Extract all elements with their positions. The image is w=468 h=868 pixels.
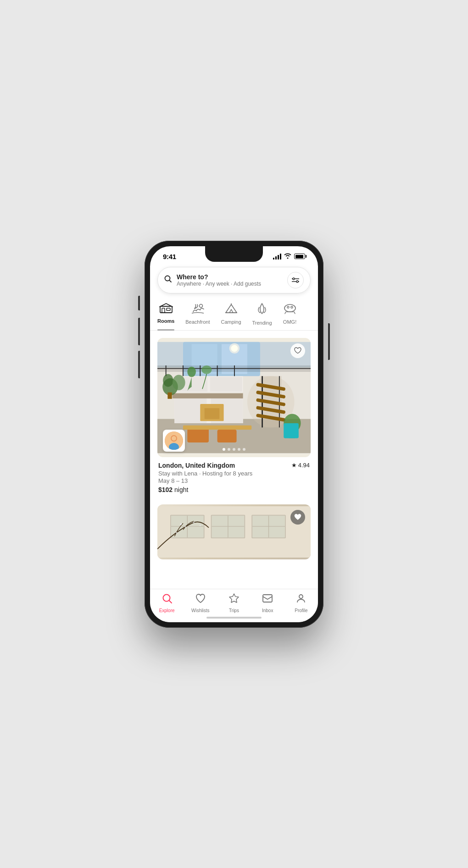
- main-content: Where to? Anywhere · Any week · Add gues…: [150, 263, 318, 589]
- nav-explore[interactable]: Explore: [150, 593, 184, 613]
- svg-rect-31: [210, 377, 242, 392]
- trips-icon: [228, 593, 240, 607]
- svg-point-64: [172, 436, 176, 441]
- notch: [205, 246, 263, 262]
- carousel-dots-1: [223, 448, 245, 451]
- tab-beachfront[interactable]: Beachfront: [185, 299, 210, 330]
- phone-frame: 9:41: [145, 241, 323, 628]
- wifi-icon: [284, 253, 291, 260]
- tab-rooms-label: Rooms: [157, 318, 174, 324]
- tab-camping-label: Camping: [221, 319, 241, 325]
- tab-trending[interactable]: Trending: [252, 299, 272, 330]
- rooms-icon: [159, 303, 173, 315]
- listing-card-1[interactable]: London, United Kingdom ★ 4.94 Stay with …: [157, 338, 311, 493]
- tab-omg[interactable]: OMG!: [283, 299, 297, 330]
- svg-rect-57: [183, 425, 251, 429]
- nav-trips[interactable]: Trips: [217, 593, 251, 613]
- nav-profile-label: Profile: [295, 608, 307, 613]
- search-title: Where to?: [177, 273, 283, 281]
- svg-point-51: [187, 366, 196, 376]
- status-icons: [273, 253, 305, 260]
- listings-scroll[interactable]: London, United Kingdom ★ 4.94 Stay with …: [150, 331, 318, 589]
- inbox-icon: [262, 593, 273, 607]
- listing-price-1: $102 night: [158, 486, 310, 493]
- listing-sub-1: Stay with Lena · Hosting for 8 years: [158, 470, 310, 477]
- power-button: [328, 323, 330, 360]
- search-text: Where to? Anywhere · Any week · Add gues…: [177, 273, 283, 287]
- svg-rect-10: [167, 308, 170, 310]
- svg-point-2: [293, 278, 295, 280]
- nav-inbox[interactable]: Inbox: [251, 593, 284, 613]
- listing-location-1: London, United Kingdom: [158, 462, 235, 469]
- tab-omg-label: OMG!: [283, 319, 296, 325]
- omg-icon: [283, 303, 297, 316]
- svg-point-78: [176, 532, 178, 533]
- signal-icon: [273, 254, 281, 260]
- svg-point-48: [163, 374, 173, 387]
- volume-down-button: [138, 351, 140, 378]
- svg-point-11: [199, 304, 202, 307]
- listing-info-1: London, United Kingdom ★ 4.94 Stay with …: [157, 457, 311, 493]
- search-subtitle: Anywhere · Any week · Add guests: [177, 281, 283, 287]
- svg-point-79: [184, 526, 186, 527]
- wishlists-icon: [195, 593, 206, 607]
- svg-line-84: [169, 601, 172, 603]
- svg-rect-50: [167, 392, 172, 398]
- listing-image-1[interactable]: [157, 338, 311, 457]
- nav-explore-label: Explore: [159, 608, 175, 613]
- mute-button: [138, 296, 140, 310]
- svg-point-60: [231, 345, 238, 352]
- explore-icon: [162, 593, 173, 607]
- nav-wishlists[interactable]: Wishlists: [184, 593, 217, 613]
- svg-point-13: [284, 304, 295, 312]
- svg-rect-58: [284, 423, 299, 438]
- svg-point-86: [299, 595, 303, 598]
- home-indicator: [206, 617, 262, 619]
- filter-button[interactable]: [287, 272, 304, 288]
- svg-rect-28: [173, 393, 243, 398]
- nav-wishlists-label: Wishlists: [191, 608, 209, 613]
- svg-point-3: [296, 281, 298, 282]
- camping-icon: [225, 303, 238, 316]
- svg-rect-9: [162, 308, 165, 313]
- nav-profile[interactable]: Profile: [284, 593, 318, 613]
- listing-dates-1: May 8 – 13: [158, 477, 310, 484]
- svg-rect-27: [205, 408, 220, 419]
- wishlist-button-2[interactable]: [290, 510, 305, 525]
- tab-trending-label: Trending: [252, 320, 272, 326]
- status-time: 9:41: [163, 253, 176, 260]
- svg-rect-85: [263, 595, 272, 602]
- svg-point-14: [287, 306, 289, 308]
- host-avatar-1: [163, 430, 185, 452]
- battery-icon: [294, 254, 305, 259]
- svg-point-15: [291, 306, 293, 308]
- search-container: Where to? Anywhere · Any week · Add gues…: [150, 263, 318, 299]
- svg-point-81: [200, 525, 201, 526]
- tab-beachfront-label: Beachfront: [185, 319, 210, 325]
- phone-screen: 9:41: [150, 246, 318, 622]
- svg-point-52: [201, 365, 212, 374]
- listing-rating-1: ★ 4.94: [291, 462, 310, 469]
- svg-point-82: [180, 523, 182, 525]
- svg-line-1: [169, 280, 171, 282]
- svg-point-80: [193, 522, 195, 523]
- svg-point-49: [173, 375, 185, 390]
- svg-rect-56: [217, 429, 237, 442]
- search-icon: [164, 275, 172, 285]
- profile-icon: [295, 593, 306, 607]
- trending-icon: [256, 303, 267, 317]
- listing-card-2[interactable]: [157, 504, 311, 559]
- tab-camping[interactable]: Camping: [221, 299, 241, 330]
- volume-up-button: [138, 318, 140, 345]
- nav-trips-label: Trips: [229, 608, 239, 613]
- wishlist-button-1[interactable]: [290, 343, 305, 358]
- tab-rooms[interactable]: Rooms: [157, 299, 174, 330]
- beachfront-icon: [191, 303, 205, 316]
- category-tabs: Rooms Beachfront: [150, 299, 318, 331]
- svg-rect-55: [187, 427, 209, 442]
- listing-image-2[interactable]: [157, 504, 311, 559]
- search-bar[interactable]: Where to? Anywhere · Any week · Add gues…: [157, 267, 311, 293]
- svg-point-83: [163, 594, 170, 601]
- nav-inbox-label: Inbox: [262, 608, 273, 613]
